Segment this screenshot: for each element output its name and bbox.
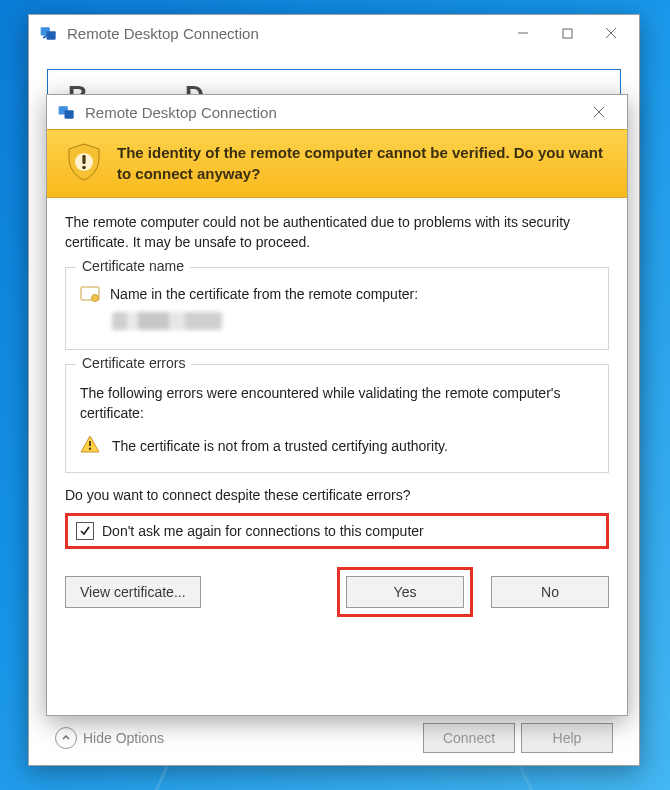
dialog-titlebar[interactable]: Remote Desktop Connection — [47, 95, 627, 129]
dont-ask-again-checkbox[interactable]: Don't ask me again for connections to th… — [65, 513, 609, 549]
certificate-name-legend: Certificate name — [76, 258, 190, 274]
certificate-errors-legend: Certificate errors — [76, 355, 191, 371]
svg-point-14 — [92, 294, 99, 301]
warning-triangle-icon — [80, 435, 100, 456]
certificate-errors-group: Certificate errors The following errors … — [65, 364, 609, 474]
svg-point-12 — [82, 166, 86, 170]
minimize-button[interactable] — [501, 17, 545, 49]
warning-banner: The identity of the remote computer cann… — [47, 129, 627, 198]
close-button[interactable] — [589, 17, 633, 49]
hide-options-label: Hide Options — [83, 730, 164, 746]
checkbox-mark-icon — [76, 522, 94, 540]
certificate-icon — [80, 286, 100, 302]
certificate-errors-description: The following errors were encountered wh… — [80, 383, 594, 424]
dialog-lead-text: The remote computer could not be authent… — [65, 212, 609, 253]
connect-question: Do you want to connect despite these cer… — [65, 487, 609, 503]
svg-rect-1 — [47, 31, 56, 39]
dont-ask-again-label: Don't ask me again for connections to th… — [102, 523, 424, 539]
maximize-button[interactable] — [545, 17, 589, 49]
connect-button[interactable]: Connect — [423, 723, 515, 753]
svg-rect-7 — [65, 110, 74, 118]
warning-banner-text: The identity of the remote computer cann… — [117, 143, 609, 184]
rdc-app-icon — [57, 102, 77, 122]
certificate-error-row: The certificate is not from a trusted ce… — [80, 435, 594, 456]
yes-button-highlight: Yes — [337, 567, 473, 617]
certificate-warning-dialog: Remote Desktop Connection The identity o… — [46, 94, 628, 716]
parent-title: Remote Desktop Connection — [67, 25, 501, 42]
certificate-error-text: The certificate is not from a trusted ce… — [112, 438, 448, 454]
dialog-title: Remote Desktop Connection — [85, 104, 577, 121]
certificate-name-label: Name in the certificate from the remote … — [110, 286, 418, 302]
help-button[interactable]: Help — [521, 723, 613, 753]
svg-point-16 — [89, 448, 91, 450]
certificate-name-group: Certificate name Name in the certificate… — [65, 267, 609, 350]
view-certificate-button[interactable]: View certificate... — [65, 576, 201, 608]
hide-options-toggle[interactable] — [55, 727, 77, 749]
no-button[interactable]: No — [491, 576, 609, 608]
svg-rect-3 — [563, 29, 572, 38]
yes-button[interactable]: Yes — [346, 576, 464, 608]
dialog-close-button[interactable] — [577, 96, 621, 128]
shield-warning-icon — [65, 142, 103, 185]
certificate-name-value-redacted — [112, 312, 222, 330]
svg-rect-11 — [82, 155, 85, 164]
rdc-app-icon — [39, 23, 59, 43]
parent-titlebar[interactable]: Remote Desktop Connection — [29, 15, 639, 51]
svg-rect-15 — [89, 441, 91, 446]
